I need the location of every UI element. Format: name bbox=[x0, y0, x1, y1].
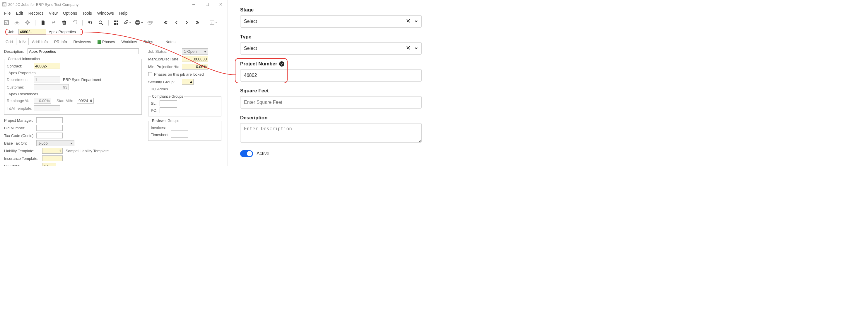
chevron-down-icon[interactable] bbox=[414, 19, 418, 24]
chevron-down-icon[interactable] bbox=[414, 46, 418, 51]
desc-textarea[interactable] bbox=[240, 123, 422, 142]
tab-roles[interactable]: Roles bbox=[140, 38, 156, 45]
liability-input[interactable] bbox=[42, 148, 63, 154]
pm-input[interactable] bbox=[36, 117, 63, 123]
refresh-icon[interactable] bbox=[87, 19, 94, 26]
description-input[interactable] bbox=[28, 48, 139, 54]
clear-icon[interactable] bbox=[406, 46, 410, 51]
prev-icon[interactable] bbox=[173, 19, 180, 26]
svg-rect-32 bbox=[135, 22, 140, 24]
tab-workflow[interactable]: Workflow bbox=[118, 38, 140, 45]
tab-notes[interactable]: Notes bbox=[162, 38, 179, 45]
svg-rect-35 bbox=[210, 21, 214, 24]
toolbar: ABC bbox=[0, 18, 227, 28]
tabstrip: Grid Info Add'l Info PR Info Reviewers P… bbox=[0, 36, 227, 45]
liability-name-text: Sampel Liability Template bbox=[66, 149, 108, 153]
svg-rect-3 bbox=[3, 5, 6, 6]
menu-view[interactable]: View bbox=[49, 11, 58, 16]
tab-phases[interactable]: Phases bbox=[94, 38, 118, 45]
svg-rect-2 bbox=[5, 3, 6, 4]
menubar: File Edit Records View Options Tools Win… bbox=[0, 9, 227, 18]
gear-icon[interactable] bbox=[24, 19, 31, 26]
maximize-icon[interactable] bbox=[200, 0, 214, 9]
invoices-input[interactable] bbox=[171, 124, 188, 131]
menu-edit[interactable]: Edit bbox=[16, 11, 23, 16]
spellcheck-icon[interactable]: ABC bbox=[147, 19, 154, 26]
grid-icon[interactable] bbox=[113, 19, 120, 26]
sqft-input[interactable] bbox=[240, 96, 422, 109]
svg-rect-30 bbox=[117, 23, 118, 25]
trash-icon[interactable] bbox=[61, 19, 68, 26]
po-input[interactable] bbox=[160, 107, 177, 113]
reviewer-legend: Reviewer Groups bbox=[151, 119, 180, 123]
tab-grid[interactable]: Grid bbox=[2, 38, 16, 45]
minproj-input[interactable] bbox=[182, 64, 208, 70]
prstate-input[interactable] bbox=[42, 163, 56, 166]
web-form-panel: Stage Select Type Select Project Number … bbox=[228, 0, 434, 166]
svg-rect-4 bbox=[192, 4, 195, 5]
svg-rect-28 bbox=[117, 21, 118, 22]
contract-info-legend: Contract Information bbox=[7, 57, 41, 61]
menu-file[interactable]: File bbox=[4, 11, 11, 16]
compliance-legend: Compliance Groups bbox=[151, 94, 184, 99]
active-toggle[interactable] bbox=[240, 150, 253, 157]
insurance-input[interactable] bbox=[42, 156, 63, 161]
type-select[interactable]: Select bbox=[240, 42, 422, 55]
menu-windows[interactable]: Windows bbox=[97, 11, 114, 16]
next-icon[interactable] bbox=[183, 19, 190, 26]
save-icon[interactable] bbox=[50, 19, 57, 26]
close-icon[interactable] bbox=[214, 0, 227, 9]
print-icon[interactable] bbox=[135, 19, 143, 26]
svg-line-15 bbox=[29, 24, 29, 24]
hqadmin-text: HQ Admin bbox=[151, 87, 168, 91]
app-icon bbox=[2, 2, 6, 6]
binoculars-icon[interactable] bbox=[13, 19, 21, 26]
tab-reviewers[interactable]: Reviewers bbox=[70, 38, 94, 45]
layout-icon[interactable] bbox=[209, 19, 218, 26]
checkbox-icon[interactable] bbox=[3, 19, 10, 26]
taxcode-input[interactable] bbox=[36, 133, 63, 138]
svg-rect-19 bbox=[53, 23, 55, 24]
help-icon[interactable]: ? bbox=[279, 61, 284, 66]
menu-options[interactable]: Options bbox=[63, 11, 77, 16]
bid-input[interactable] bbox=[36, 125, 63, 131]
phaselock-checkbox[interactable] bbox=[148, 72, 152, 76]
minimize-icon[interactable] bbox=[187, 0, 200, 9]
first-icon[interactable] bbox=[162, 19, 169, 26]
svg-line-26 bbox=[102, 24, 103, 25]
svg-rect-18 bbox=[53, 21, 54, 22]
tab-info[interactable]: Info bbox=[16, 38, 29, 45]
markup-label: Markup/Disc Rate: bbox=[148, 57, 182, 61]
timesheet-label: Timesheet: bbox=[151, 133, 171, 137]
search-icon[interactable] bbox=[97, 19, 104, 26]
window-title: 204 JC Jobs for ERP Sync Test Company bbox=[8, 2, 79, 7]
undo-icon[interactable] bbox=[71, 19, 78, 26]
menu-help[interactable]: Help bbox=[119, 11, 128, 16]
startmth-input[interactable]: 09/24 bbox=[77, 98, 94, 104]
timesheet-input[interactable] bbox=[171, 132, 188, 138]
basetax-select[interactable]: J-Job bbox=[36, 140, 74, 146]
contract-input[interactable] bbox=[34, 63, 60, 69]
last-icon[interactable] bbox=[194, 19, 201, 26]
projnum-input[interactable] bbox=[240, 69, 422, 82]
job-label: Job: bbox=[8, 30, 16, 34]
markup-input[interactable] bbox=[182, 56, 208, 62]
svg-rect-5 bbox=[206, 3, 209, 6]
tab-addl-info[interactable]: Add'l Info bbox=[29, 38, 51, 45]
startmth-label: Start Mth: bbox=[57, 99, 73, 103]
menu-records[interactable]: Records bbox=[28, 11, 43, 16]
job-input[interactable] bbox=[19, 29, 46, 35]
menu-tools[interactable]: Tools bbox=[82, 11, 92, 16]
jobstatus-select[interactable]: 1-Open bbox=[182, 48, 208, 55]
stage-select[interactable]: Select bbox=[240, 15, 422, 28]
customer-input bbox=[34, 84, 69, 90]
sl-input[interactable] bbox=[160, 100, 177, 106]
secgroup-input[interactable] bbox=[182, 79, 193, 85]
attach-icon[interactable] bbox=[123, 19, 131, 26]
reviewer-fieldset: Reviewer Groups Invoices: Timesheet: bbox=[148, 119, 221, 141]
tab-pr-info[interactable]: PR Info bbox=[51, 38, 70, 45]
retainage-label: Retainage %: bbox=[7, 99, 34, 103]
new-file-icon[interactable] bbox=[39, 19, 46, 26]
svg-rect-0 bbox=[3, 3, 6, 6]
clear-icon[interactable] bbox=[406, 19, 410, 24]
